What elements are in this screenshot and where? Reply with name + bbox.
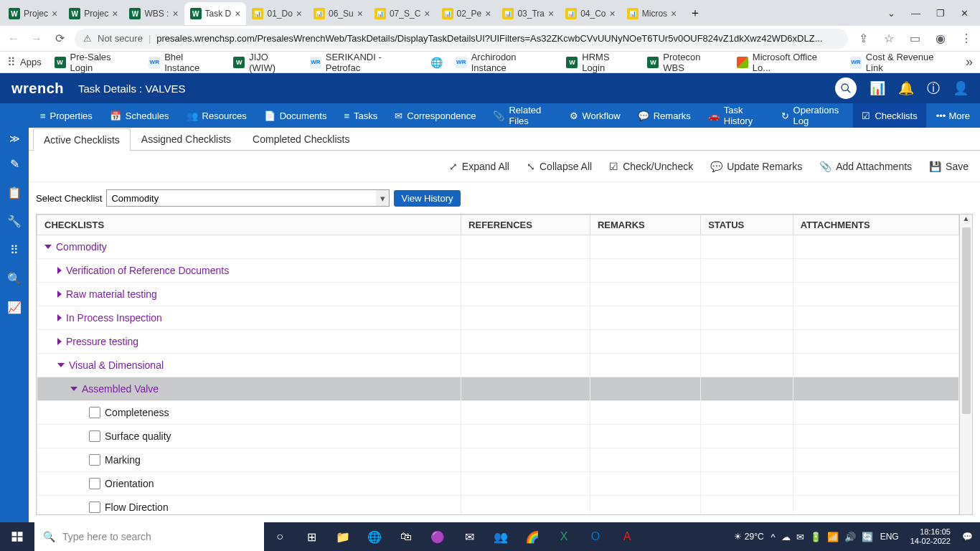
tab-completed-checklists[interactable]: Completed Checklists bbox=[242, 128, 360, 150]
menu-correspondence[interactable]: ✉Correspondence bbox=[386, 103, 484, 128]
checkbox[interactable] bbox=[89, 478, 100, 489]
bookmarks-overflow-icon[interactable]: » bbox=[966, 55, 973, 70]
table-row[interactable]: Assembled Valve bbox=[37, 377, 959, 401]
cell[interactable] bbox=[793, 306, 958, 330]
acrobat-icon[interactable]: A bbox=[611, 522, 643, 551]
caret-down-icon[interactable] bbox=[70, 387, 77, 391]
close-tab-icon[interactable]: × bbox=[235, 8, 240, 19]
skype-icon[interactable]: 🟣 bbox=[422, 522, 453, 551]
edge-icon[interactable]: 🌐 bbox=[359, 522, 390, 551]
taskbar-search[interactable]: 🔍 Type here to search bbox=[34, 522, 264, 551]
cell[interactable] bbox=[793, 472, 958, 496]
cell[interactable] bbox=[793, 283, 958, 306]
browser-tab[interactable]: 📊03_Tra× bbox=[496, 2, 560, 25]
outlook-icon[interactable]: O bbox=[580, 522, 611, 551]
back-button[interactable]: ← bbox=[6, 31, 22, 47]
cell[interactable] bbox=[701, 354, 793, 377]
browser-tab[interactable]: 📊04_Co× bbox=[560, 2, 621, 25]
cell[interactable] bbox=[590, 306, 700, 330]
group-label[interactable]: In Process Inspection bbox=[66, 312, 162, 324]
mail-icon[interactable]: ✉ bbox=[453, 522, 485, 551]
cell[interactable] bbox=[793, 401, 958, 425]
cell[interactable] bbox=[461, 259, 590, 283]
close-tab-icon[interactable]: × bbox=[112, 8, 118, 19]
edit-icon[interactable]: ✎ bbox=[0, 149, 29, 178]
cell[interactable] bbox=[701, 235, 793, 259]
close-tab-icon[interactable]: × bbox=[671, 8, 677, 19]
share-icon[interactable]: ⇪ bbox=[855, 31, 871, 47]
cell[interactable] bbox=[590, 283, 700, 306]
close-tab-icon[interactable]: × bbox=[52, 8, 57, 19]
reload-button[interactable]: ⟳ bbox=[52, 31, 67, 47]
cell[interactable] bbox=[701, 259, 793, 283]
menu-resources[interactable]: 👥Resources bbox=[178, 103, 255, 128]
cell[interactable] bbox=[793, 259, 958, 283]
caret-down-icon[interactable] bbox=[44, 245, 52, 249]
cell[interactable] bbox=[793, 496, 958, 515]
cell[interactable] bbox=[701, 448, 793, 472]
cell[interactable] bbox=[590, 496, 700, 515]
language-indicator[interactable]: ENG bbox=[880, 532, 899, 542]
bookmark-item[interactable]: WRBhel Instance bbox=[149, 52, 220, 73]
cell[interactable] bbox=[461, 472, 590, 496]
group-label[interactable]: Raw material testing bbox=[66, 288, 157, 300]
bookmark-item[interactable]: 🌐 bbox=[431, 52, 443, 73]
apps-button[interactable]: ⠿ Apps bbox=[7, 55, 42, 69]
cell[interactable] bbox=[701, 306, 793, 330]
browser-tab[interactable]: WProjec× bbox=[63, 2, 123, 25]
star-icon[interactable]: ☆ bbox=[881, 31, 897, 47]
grid-scrollbar[interactable]: ▲ bbox=[959, 215, 972, 514]
table-row[interactable]: Flow Direction bbox=[37, 496, 959, 515]
table-row[interactable]: Raw material testing bbox=[37, 283, 959, 306]
view-history-button[interactable]: View History bbox=[394, 190, 460, 207]
column-header[interactable]: ATTACHMENTS bbox=[793, 215, 958, 235]
table-row[interactable]: Commodity bbox=[37, 235, 959, 259]
column-header[interactable]: STATUS bbox=[701, 215, 793, 235]
menu-workflow[interactable]: ⚙Workflow bbox=[561, 103, 629, 128]
expand-all-button[interactable]: ⤢ Expand All bbox=[449, 161, 509, 172]
search-button[interactable] bbox=[835, 77, 857, 99]
close-tab-icon[interactable]: × bbox=[485, 8, 491, 19]
bookmark-item[interactable]: WPre-Sales Login bbox=[55, 52, 136, 73]
close-tab-icon[interactable]: × bbox=[172, 8, 178, 19]
browser-tab[interactable]: 📊06_Su× bbox=[308, 2, 369, 25]
new-tab-button[interactable]: ＋ bbox=[682, 6, 702, 21]
menu-task-history[interactable]: 🚗Task History bbox=[699, 103, 773, 128]
tray-overflow-icon[interactable]: ^ bbox=[771, 532, 776, 542]
grid-icon[interactable]: ⠿ bbox=[0, 235, 29, 264]
group-label[interactable]: Verification of Reference Documents bbox=[66, 265, 229, 276]
column-header[interactable]: CHECKLISTS bbox=[37, 215, 461, 235]
user-icon[interactable]: 👤 bbox=[953, 80, 969, 96]
cell[interactable] bbox=[590, 448, 700, 472]
stats-icon[interactable]: 📊 bbox=[870, 80, 885, 96]
table-row[interactable]: Orientation bbox=[37, 472, 959, 496]
browser-tab[interactable]: 📊02_Pe× bbox=[436, 2, 497, 25]
info-icon[interactable]: ⓘ bbox=[927, 80, 940, 97]
cell[interactable] bbox=[461, 330, 590, 354]
cell[interactable] bbox=[461, 306, 590, 330]
table-row[interactable]: Marking bbox=[37, 448, 959, 472]
cell[interactable] bbox=[461, 448, 590, 472]
cell[interactable] bbox=[793, 354, 958, 377]
caret-right-icon[interactable] bbox=[57, 338, 62, 345]
sync-icon[interactable]: 🔄 bbox=[862, 532, 873, 542]
cell[interactable] bbox=[701, 425, 793, 448]
tab-assigned-checklists[interactable]: Assigned Checklists bbox=[131, 128, 242, 150]
cell[interactable] bbox=[590, 377, 700, 401]
report-icon[interactable]: 📈 bbox=[0, 293, 29, 321]
menu-remarks[interactable]: 💬Remarks bbox=[629, 103, 699, 128]
bookmark-item[interactable]: Microsoft Office Lo... bbox=[737, 52, 837, 73]
clock[interactable]: 18:16:05 14-02-2022 bbox=[906, 527, 955, 546]
cell[interactable] bbox=[590, 354, 700, 377]
onedrive-icon[interactable]: ☁ bbox=[781, 532, 791, 542]
menu-documents[interactable]: 📄Documents bbox=[255, 103, 336, 128]
bookmark-item[interactable]: WRArchirodon Instance bbox=[456, 52, 554, 73]
browser-tab[interactable]: WTask D× bbox=[184, 2, 247, 25]
caret-down-icon[interactable] bbox=[57, 363, 65, 367]
browser-tab[interactable]: 📊07_S_C× bbox=[369, 2, 436, 25]
cell[interactable] bbox=[461, 401, 590, 425]
checkbox[interactable] bbox=[89, 430, 100, 442]
battery-icon[interactable]: 🔋 bbox=[810, 532, 821, 542]
mail-tray-icon[interactable]: ✉ bbox=[796, 532, 804, 542]
caret-right-icon[interactable] bbox=[57, 267, 62, 274]
